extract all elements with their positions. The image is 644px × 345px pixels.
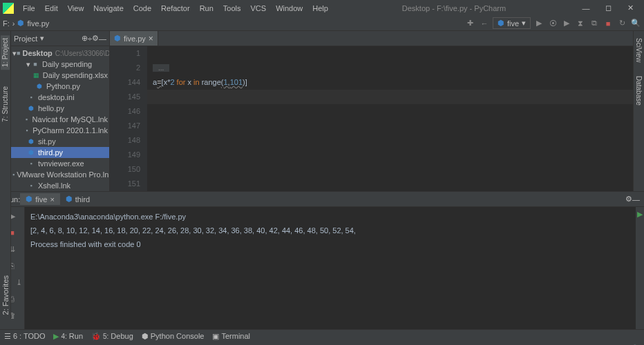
structure-tool-tab[interactable]: 7: Structure bbox=[1, 83, 10, 125]
python-file-icon: ⬢ bbox=[66, 195, 73, 204]
menu-refactor[interactable]: Refactor bbox=[156, 2, 195, 14]
tree-item[interactable]: ▪Navicat for MySQL.lnk bbox=[11, 114, 109, 125]
menu-window[interactable]: Window bbox=[271, 2, 307, 14]
line-number[interactable]: 149 bbox=[110, 148, 140, 162]
tree-item[interactable]: ⬢sit.py bbox=[11, 136, 109, 147]
python-file-icon: ⬢ bbox=[17, 19, 24, 28]
todo-tool-button[interactable]: ☰6:TODO bbox=[4, 332, 45, 341]
project-tree[interactable]: ▾ ■ Desktop C:\Users\33066\Desktop ▾■Dai… bbox=[11, 46, 109, 191]
menu-edit[interactable]: Edit bbox=[40, 2, 63, 14]
close-icon[interactable]: × bbox=[50, 195, 54, 204]
close-button[interactable]: ✕ bbox=[619, 1, 641, 15]
navigation-bar: F: › ⬢ five.py ✚ ← ⬢ five ▾ ▶ ⦿ ▶ ⧗ ⧉ ■ … bbox=[0, 16, 644, 31]
back-button[interactable]: ← bbox=[479, 18, 490, 29]
tree-item[interactable]: ▦Daily spending.xlsx bbox=[11, 70, 109, 81]
line-number[interactable]: 1 bbox=[110, 46, 140, 61]
line-number[interactable]: 148 bbox=[110, 133, 140, 148]
file-icon: ▪ bbox=[26, 92, 36, 102]
menu-tools[interactable]: Tools bbox=[218, 2, 246, 14]
breadcrumb-root[interactable]: F: bbox=[3, 19, 10, 28]
file-icon: ▪ bbox=[26, 159, 36, 168]
tree-item[interactable]: ⬢Python.py bbox=[11, 81, 109, 92]
hide-button[interactable]: — bbox=[632, 195, 640, 204]
editor-tab-bar: ⬢ five.py × bbox=[110, 31, 644, 46]
run-tool-button[interactable]: ▶4:Run bbox=[53, 332, 83, 341]
debug-tool-button[interactable]: 🐞5:Debug bbox=[91, 332, 133, 341]
tree-item[interactable]: ▪tvnviewer.exe bbox=[11, 158, 109, 169]
sciview-tool-tab[interactable]: SciView bbox=[634, 35, 643, 65]
project-tool-tab[interactable]: 1: Project bbox=[1, 35, 10, 70]
add-config-button[interactable]: ✚ bbox=[465, 18, 476, 29]
run-tab-third[interactable]: ⬢ third bbox=[60, 193, 95, 205]
console-output[interactable]: E:\Anaconda3\anaconda\python.exe F:/five… bbox=[25, 207, 636, 329]
close-tab-button[interactable]: × bbox=[149, 34, 153, 43]
attach-button[interactable]: ⧉ bbox=[589, 18, 600, 29]
breadcrumb-file[interactable]: five.py bbox=[27, 19, 49, 28]
favorites-tool-tab[interactable]: 2: Favorites bbox=[1, 275, 10, 315]
run-config-selector[interactable]: ⬢ five ▾ bbox=[493, 17, 531, 29]
line-number[interactable]: 147 bbox=[110, 119, 140, 133]
debug-button[interactable]: ⦿ bbox=[547, 18, 558, 29]
tree-item[interactable]: ▪Xshell.lnk bbox=[11, 180, 109, 191]
update-button[interactable]: ↻ bbox=[616, 18, 627, 29]
python-console-button[interactable]: ⬢Python Console bbox=[142, 332, 205, 341]
folder-icon: ■ bbox=[30, 59, 40, 69]
tool-window-bar: ☰6:TODO ▶4:Run 🐞5:Debug ⬢Python Console … bbox=[0, 329, 644, 342]
menu-view[interactable]: View bbox=[63, 2, 89, 14]
terminal-button[interactable]: ▣Terminal bbox=[212, 332, 250, 341]
run-arrow-icon[interactable]: ▶ bbox=[637, 210, 643, 219]
py-icon: ⬢ bbox=[26, 103, 36, 113]
right-tool-tabs: SciView Database bbox=[633, 31, 644, 191]
menu-code[interactable]: Code bbox=[129, 2, 156, 14]
line-number[interactable]: 150 bbox=[110, 162, 140, 177]
tree-item[interactable]: ▪PyCharm 2020.1.1.lnk bbox=[11, 125, 109, 136]
py-icon: ⬢ bbox=[35, 81, 44, 91]
maximize-button[interactable]: ◻ bbox=[597, 1, 619, 15]
line-number[interactable]: 145 bbox=[110, 90, 140, 104]
scroll-end-button[interactable]: ⤓ bbox=[13, 276, 26, 288]
search-button[interactable]: 🔍 bbox=[630, 18, 641, 29]
menu-navigate[interactable]: Navigate bbox=[88, 2, 128, 14]
file-icon: ▪ bbox=[23, 115, 30, 124]
line-number[interactable]: 146 bbox=[110, 104, 140, 119]
folder-icon: ■ bbox=[17, 48, 20, 58]
python-file-icon: ⬢ bbox=[114, 34, 121, 43]
file-icon: ▪ bbox=[26, 181, 36, 190]
chevron-down-icon[interactable]: ▾ bbox=[40, 34, 44, 43]
tree-item[interactable]: ▾■Daily spending bbox=[11, 59, 109, 70]
run-coverage-button[interactable]: ▶ bbox=[561, 18, 572, 29]
tree-item[interactable]: ⬢third.py bbox=[11, 147, 109, 158]
status-bar: ▦ Connection to Python debugger failed: … bbox=[0, 342, 644, 345]
menu-help[interactable]: Help bbox=[307, 2, 333, 14]
tree-item[interactable]: ▪VMware Workstation Pro.lnk bbox=[11, 169, 109, 180]
menu-vcs[interactable]: VCS bbox=[246, 2, 272, 14]
gear-icon[interactable]: ⚙ bbox=[625, 195, 632, 204]
menu-file[interactable]: File bbox=[18, 2, 40, 14]
line-number[interactable]: 2 bbox=[110, 61, 140, 75]
window-title: Desktop - F:\five.py - PyCharm bbox=[333, 4, 575, 12]
gear-icon[interactable]: ⚙ bbox=[92, 34, 99, 43]
file-icon: ▪ bbox=[12, 170, 15, 179]
minimize-button[interactable]: — bbox=[575, 1, 597, 15]
run-button[interactable]: ▶ bbox=[533, 18, 544, 29]
line-number[interactable]: 144 bbox=[110, 75, 140, 90]
tree-root[interactable]: ▾ ■ Desktop C:\Users\33066\Desktop bbox=[11, 48, 109, 59]
profile-button[interactable]: ⧗ bbox=[575, 18, 586, 29]
py-icon: ⬢ bbox=[26, 137, 36, 146]
stop-button[interactable]: ■ bbox=[603, 18, 614, 29]
project-panel: Project ▾ ⊕ ÷ ⚙ — ▾ ■ Desktop C:\Users\3… bbox=[11, 31, 110, 191]
hide-button[interactable]: — bbox=[99, 34, 106, 43]
gutter[interactable]: 12144145146147148149150151 bbox=[110, 46, 147, 191]
menu-run[interactable]: Run bbox=[195, 2, 218, 14]
py-icon: ⬢ bbox=[26, 148, 36, 157]
python-file-icon: ⬢ bbox=[26, 195, 32, 204]
editor-tab[interactable]: ⬢ five.py × bbox=[110, 31, 158, 46]
select-opened-button[interactable]: ⊕ bbox=[82, 34, 88, 43]
tree-item[interactable]: ▪desktop.ini bbox=[11, 92, 109, 103]
code-editor[interactable]: ... a=[x*2 for x in range(1,101)] print(… bbox=[147, 46, 636, 191]
database-tool-tab[interactable]: Database bbox=[634, 73, 643, 108]
tree-item[interactable]: ⬢hello.py bbox=[11, 103, 109, 114]
chevron-right-icon: › bbox=[12, 19, 15, 28]
run-tab-five[interactable]: ⬢ five × bbox=[20, 193, 60, 205]
line-number[interactable]: 151 bbox=[110, 177, 140, 191]
